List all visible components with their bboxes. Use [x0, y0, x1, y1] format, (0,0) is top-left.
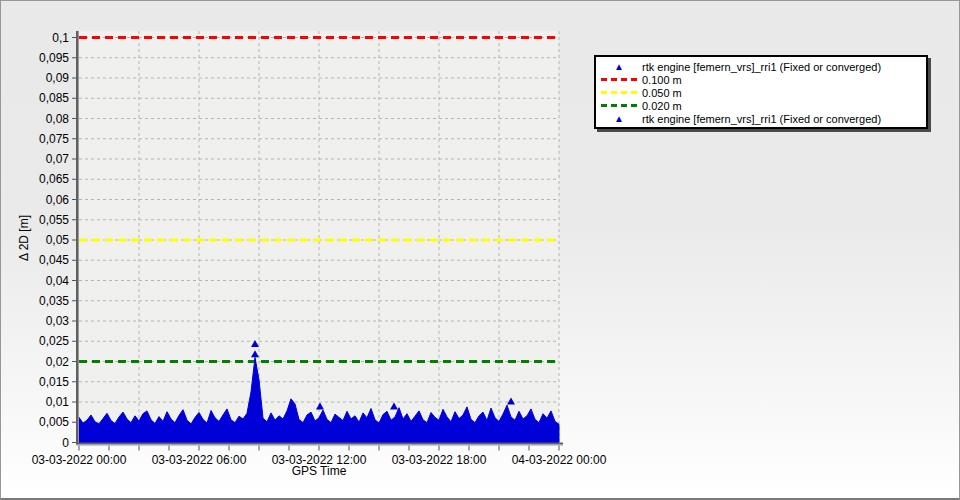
y-tick-label: 0,065 [39, 172, 69, 186]
y-tick-label: 0,045 [39, 253, 69, 267]
legend-item-label: rtk engine [femern_vrs]_rri1 (Fixed or c… [642, 113, 881, 125]
y-tick-label: 0,09 [46, 71, 70, 85]
legend: ▲rtk engine [femern_vrs]_rri1 (Fixed or … [594, 55, 928, 129]
y-tick-label: 0,055 [39, 213, 69, 227]
y-tick-label: 0,02 [46, 355, 70, 369]
triangle-marker-icon: ▲ [596, 62, 642, 72]
y-tick-label: 0,085 [39, 91, 69, 105]
y-tick-label: 0 [62, 436, 69, 450]
y-tick-label: 0,075 [39, 132, 69, 146]
legend-item: 0.050 m [596, 86, 926, 99]
dashed-line-icon [601, 91, 637, 94]
legend-item: 0.020 m [596, 99, 926, 112]
y-tick-label: 0,1 [52, 31, 69, 45]
x-tick-label: 03-03-2022 00:00 [32, 453, 127, 467]
x-tick-label: 03-03-2022 06:00 [152, 453, 247, 467]
y-tick-label: 0,015 [39, 375, 69, 389]
x-tick-label: 04-03-2022 00:00 [512, 453, 607, 467]
dashed-line-marker [596, 91, 642, 94]
y-tick-label: 0,005 [39, 415, 69, 429]
y-tick-label: 0,025 [39, 334, 69, 348]
y-tick-label: 0,07 [46, 152, 70, 166]
y-tick-label: 0,03 [46, 314, 70, 328]
legend-item: 0.100 m [596, 73, 926, 86]
dashed-line-icon [601, 78, 637, 81]
chart-window: 0,10,0950,090,0850,080,0750,070,0650,060… [0, 0, 960, 500]
y-tick-label: 0,08 [46, 112, 70, 126]
y-tick-label: 0,06 [46, 193, 70, 207]
triangle-marker-icon: ▲ [596, 114, 642, 124]
dashed-line-marker [596, 78, 642, 81]
x-axis-title: GPS Time [292, 464, 347, 478]
legend-item-label: rtk engine [femern_vrs]_rri1 (Fixed or c… [642, 61, 881, 73]
y-tick-label: 0,035 [39, 294, 69, 308]
legend-item-label: 0.050 m [642, 87, 682, 99]
legend-item-label: 0.020 m [642, 100, 682, 112]
x-tick-label: 03-03-2022 18:00 [392, 453, 487, 467]
dashed-line-icon [601, 104, 637, 107]
y-tick-label: 0,01 [46, 395, 70, 409]
y-tick-label: 0,095 [39, 51, 69, 65]
dashed-line-marker [596, 104, 642, 107]
legend-item-label: 0.100 m [642, 74, 682, 86]
y-tick-label: 0,04 [46, 274, 70, 288]
legend-item: ▲rtk engine [femern_vrs]_rri1 (Fixed or … [596, 60, 926, 73]
legend-item: ▲rtk engine [femern_vrs]_rri1 (Fixed or … [596, 112, 926, 125]
y-axis-title: Δ 2D [m] [17, 209, 31, 267]
y-tick-label: 0,05 [46, 233, 70, 247]
